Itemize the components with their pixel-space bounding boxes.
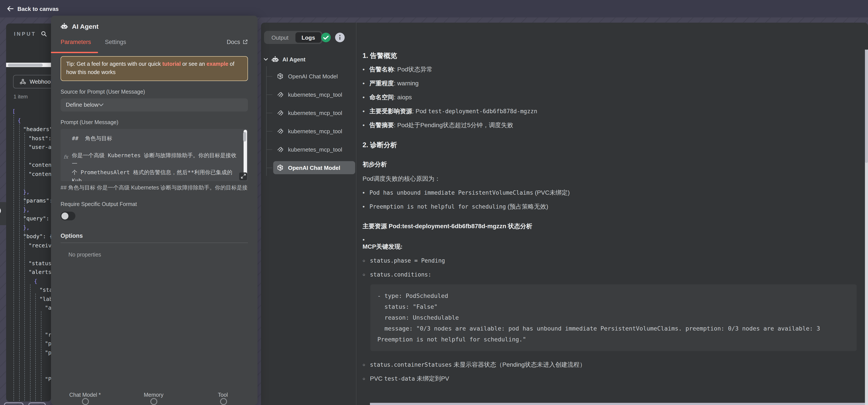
tree-item-label: kubernetes_mcp_tool	[288, 128, 342, 134]
log-content: 1. 告警概览•告警名称: Pod状态异常•严重程度: warning•命名空间…	[363, 40, 857, 389]
content-list-item: •Pod has unbound immediate PersistentVol…	[363, 189, 857, 197]
node-endpoint-icon	[0, 207, 1, 215]
items-count: 1 item	[13, 94, 28, 100]
tip-text: or see an	[181, 61, 207, 67]
connector-label: Chat Model *	[69, 392, 101, 398]
view-toggle-pill-partial[interactable]	[4, 402, 24, 405]
modal-tabs: Parameters Settings Docs	[51, 36, 257, 47]
prompt-text: ## 角色与目标 你是一个高级 Kubernetes 诊断与故障排除助手。你的目…	[61, 129, 248, 181]
execution-tree: AI AgentOpenAI Chat Modelkubernetes_mcp_…	[263, 52, 355, 177]
json-line: "pod": "test-deployment-6db6fb878d",	[6, 339, 51, 348]
content-vertical-scrollbar[interactable]	[865, 49, 868, 405]
mcp-icon	[277, 128, 284, 135]
chevron-down-icon	[98, 103, 104, 107]
tree-item-ai-agent[interactable]: AI Agent	[263, 52, 355, 67]
robot-icon	[272, 56, 279, 63]
top-bar: Back to canvas	[0, 0, 868, 18]
json-line: "PodScheduled": "False",	[6, 375, 51, 384]
connector-endpoint[interactable]	[150, 398, 157, 405]
content-list: ○status.phase = Pending○status.condition…	[363, 257, 857, 279]
view-toggle-pill-partial[interactable]	[28, 402, 46, 405]
tree-item-label: OpenAI Chat Model	[288, 73, 338, 79]
json-line: {	[6, 277, 51, 286]
require-output-format-toggle[interactable]	[61, 212, 75, 221]
success-check-icon	[321, 33, 331, 42]
content-list-item: ○status.conditions:	[363, 270, 857, 279]
back-to-canvas-button[interactable]: Back to canvas	[7, 5, 59, 12]
content-heading: 主要资源 Pod:test-deployment-6db6fb878d-mgzz…	[363, 222, 857, 230]
content-list-item: •告警名称: Pod状态异常	[363, 65, 857, 74]
node-settings-modal: AI Agent Parameters Settings Docs Tip: G…	[51, 16, 257, 405]
prompt-label: Prompt (User Message)	[61, 119, 248, 126]
json-line: },	[6, 188, 51, 196]
select-value: Define below	[66, 102, 98, 108]
openai-icon	[277, 164, 284, 171]
json-indent-guide	[24, 133, 25, 402]
content-list-item: •严重程度: warning	[363, 79, 857, 88]
json-line: },	[6, 223, 51, 232]
source-node-pill-webhook[interactable]: Webhook	[13, 75, 51, 89]
tab-parameters[interactable]: Parameters	[61, 38, 91, 45]
tab-logs[interactable]: Logs	[296, 32, 321, 43]
docs-link[interactable]: Docs	[226, 38, 248, 45]
content-list: •Pod has unbound immediate PersistentVol…	[363, 189, 857, 211]
connector-endpoint[interactable]	[82, 398, 89, 405]
prompt-textarea[interactable]: fx ## 角色与目标 你是一个高级 Kubernetes 诊断与故障排除助手。…	[61, 129, 248, 181]
node-title: AI Agent	[72, 23, 98, 30]
tip-text: Tip: Get a feel for agents with our quic…	[66, 61, 162, 67]
options-label: Options	[61, 233, 248, 239]
mcp-icon	[277, 91, 284, 98]
source-for-prompt-select[interactable]: Define below	[61, 98, 248, 111]
tab-output[interactable]: Output	[266, 32, 294, 43]
content-list-item: •Preemption is not helpful for schedulin…	[363, 203, 857, 211]
options-divider	[61, 243, 248, 243]
webhook-icon	[20, 78, 26, 85]
search-icon[interactable]	[40, 31, 47, 37]
openai-icon	[277, 73, 284, 80]
tree-item-kubernetes-mcp-tool[interactable]: kubernetes_mcp_tool	[263, 104, 355, 122]
content-list: •告警名称: Pod状态异常•严重程度: warning•命名空间: aiops…	[363, 65, 857, 129]
tree-item-openai-chat-model[interactable]: OpenAI Chat Model	[263, 159, 355, 177]
content-horizontal-scrollbar[interactable]	[370, 403, 865, 405]
info-icon[interactable]	[335, 33, 345, 42]
json-line: {	[6, 116, 51, 125]
json-line: "receiver": "n8n-webhook",	[6, 241, 51, 250]
content-heading: 初步分析	[363, 160, 857, 169]
tree-item-kubernetes-mcp-tool[interactable]: kubernetes_mcp_tool	[263, 86, 355, 104]
content-heading: 1. 告警概览	[363, 52, 857, 60]
app-stage: Back to canvas INPUT Webhook 1 item [{"h…	[0, 0, 868, 405]
expand-editor-icon[interactable]	[239, 172, 247, 180]
source-node-label: Webhook	[30, 78, 51, 85]
input-panel-title: INPUT	[14, 31, 36, 37]
json-line: "labels": {	[6, 295, 51, 304]
external-link-icon	[243, 39, 248, 44]
tab-settings[interactable]: Settings	[105, 38, 126, 45]
expression-fx-icon: fx	[64, 154, 68, 160]
tree-item-kubernetes-mcp-tool[interactable]: kubernetes_mcp_tool	[263, 140, 355, 159]
json-line: "alerts": [	[6, 268, 51, 277]
tree-item-openai-chat-model[interactable]: OpenAI Chat Model	[263, 67, 355, 86]
example-link[interactable]: example	[207, 61, 228, 67]
json-indent-guide	[13, 115, 14, 402]
json-line: },	[6, 205, 51, 214]
tree-item-label: kubernetes_mcp_tool	[288, 109, 342, 116]
json-line: "headers": {	[6, 125, 51, 134]
input-horizontal-scrollbar[interactable]	[6, 63, 51, 67]
json-line: "content-length": "1024",	[6, 161, 51, 170]
content-list-item: ○status.containerStatuses 未显示容器状态（Pendin…	[363, 361, 857, 369]
docs-label: Docs	[226, 38, 240, 45]
json-line: "user-agent": "Alertmanager/0.27.0",	[6, 143, 51, 152]
content-list-item: •主要受影响资源: Pod test-deployment-6db6fb878d…	[363, 107, 857, 115]
mcp-icon	[277, 146, 284, 153]
connector-endpoint[interactable]	[220, 398, 227, 405]
source-for-prompt-label: Source for Prompt (User Message)	[61, 89, 248, 95]
json-indent-guide	[19, 124, 20, 402]
content-heading: 2. 诊断分析	[363, 141, 857, 149]
tree-item-kubernetes-mcp-tool[interactable]: kubernetes_mcp_tool	[263, 122, 355, 140]
logs-panel: Output Logs AI AgentOpenAI Chat Modelkub…	[261, 23, 868, 405]
chevron-down-icon[interactable]	[264, 58, 268, 61]
tree-item-label: OpenAI Chat Model	[288, 164, 340, 171]
input-json-viewer: [{"headers": {"host": "n8n.local","user-…	[6, 107, 51, 402]
json-line: "status": "firing",	[6, 286, 51, 295]
tutorial-link[interactable]: tutorial	[162, 61, 181, 67]
